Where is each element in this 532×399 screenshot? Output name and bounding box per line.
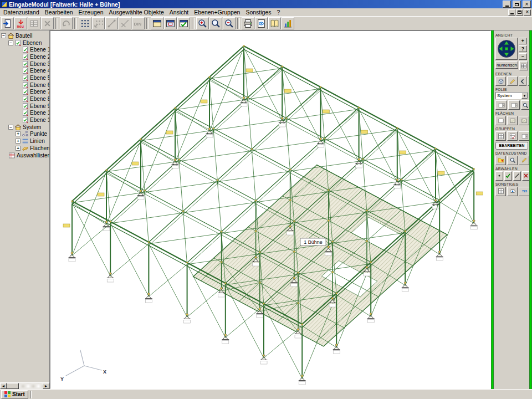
tree-item-bauteil[interactable]: −Bauteil bbox=[0, 32, 49, 39]
svg-text:1 Bühne: 1 Bühne bbox=[304, 239, 323, 245]
mdi-restore-button[interactable] bbox=[516, 9, 523, 16]
zoom-gesamt-button[interactable] bbox=[209, 17, 222, 29]
view-rotation-control[interactable] bbox=[495, 38, 518, 60]
menu-ebenen-gruppen[interactable]: Ebenen+Gruppen bbox=[191, 8, 243, 16]
scroll-thumb[interactable] bbox=[7, 383, 19, 389]
scroll-track[interactable] bbox=[7, 383, 43, 389]
viewport-3d[interactable]: 1 BühneXY bbox=[50, 30, 491, 389]
flaechen-typ-button[interactable] bbox=[519, 116, 529, 125]
tree-item-ebene-3[interactable]: Ebene 3 bbox=[0, 60, 49, 68]
tree-item-ebene-11[interactable]: Ebene 11 bbox=[0, 116, 49, 124]
seitenansicht-button[interactable] bbox=[255, 17, 268, 29]
minimize-button[interactable] bbox=[503, 1, 511, 8]
gruppen-buttons bbox=[495, 131, 528, 141]
datenzustand-bearbeiten-button[interactable] bbox=[519, 156, 529, 165]
menu-bearbeiten[interactable]: Bearbeiten bbox=[42, 8, 76, 16]
close-button[interactable]: × bbox=[523, 1, 531, 8]
projekt-uebernehmen-button[interactable] bbox=[1, 17, 14, 29]
zoom-vergroessern-button[interactable] bbox=[196, 17, 209, 29]
mdi-minimize-button[interactable] bbox=[508, 9, 515, 16]
gruppen-auswahl-button[interactable] bbox=[507, 131, 518, 141]
drucken-button[interactable] bbox=[242, 17, 254, 29]
flaechen-neu-button[interactable] bbox=[495, 116, 506, 125]
tree-item-ebene-6[interactable]: Ebene 6 bbox=[0, 81, 49, 89]
tree-item-ebene-7[interactable]: Ebene 7 bbox=[0, 89, 49, 96]
datenzustand-neu-button[interactable]: neu bbox=[14, 17, 27, 29]
grid-arrow-icon bbox=[94, 19, 103, 28]
tree-expander[interactable]: + bbox=[16, 131, 21, 136]
tree-item-ebene-9[interactable]: Ebene 9 bbox=[0, 103, 49, 110]
datenzustand-neu-button[interactable] bbox=[495, 156, 506, 165]
tree-item-system[interactable]: −System bbox=[0, 124, 49, 131]
menu-ansicht[interactable]: Ansicht bbox=[167, 8, 191, 16]
tree-expander[interactable]: − bbox=[8, 125, 13, 130]
numerisch-button[interactable]: numerisch bbox=[495, 61, 518, 69]
tree-expander[interactable]: + bbox=[16, 146, 21, 151]
sonstiges-ansicht-button[interactable] bbox=[507, 187, 518, 196]
menu-datenzustand[interactable]: Datenzustand bbox=[1, 8, 42, 16]
scroll-right-button[interactable]: ► bbox=[43, 383, 49, 389]
tree-item-punkte[interactable]: +Punkte bbox=[0, 131, 49, 138]
folie-liste-a-button[interactable] bbox=[495, 100, 507, 110]
ebenen-sichtbarkeit-button[interactable] bbox=[495, 76, 506, 86]
view-zoom-out-button[interactable]: − bbox=[519, 53, 527, 60]
abwaehlen-punkte-button[interactable] bbox=[495, 171, 503, 181]
tree-item-ebenen[interactable]: −Ebenen bbox=[0, 39, 49, 47]
tree-item-ebene-4-a[interactable]: Ebene 4 A bbox=[0, 67, 49, 74]
folie-auswahl-select[interactable]: System▼ bbox=[495, 92, 528, 99]
view-zoom-in-button[interactable]: + bbox=[519, 38, 527, 44]
ebenen-zurueck-button[interactable] bbox=[519, 76, 526, 86]
handbuch-button[interactable] bbox=[268, 17, 281, 29]
abwaehlen-linien-button[interactable] bbox=[504, 171, 512, 181]
toolbar-separator bbox=[192, 18, 195, 29]
bearbeiten-button[interactable]: BEARBEITEN bbox=[495, 142, 528, 150]
view-help-button[interactable]: ? bbox=[519, 45, 527, 52]
start-button[interactable]: Start bbox=[1, 390, 28, 398]
statistik-button[interactable] bbox=[282, 17, 294, 29]
fenster-pruefen-button[interactable] bbox=[177, 17, 190, 29]
datenzustand-suchen-button[interactable] bbox=[507, 156, 518, 165]
tree-horizontal-scrollbar[interactable]: ◄ ► bbox=[0, 382, 49, 389]
tree-item-linien[interactable]: +Linien bbox=[0, 137, 49, 145]
scroll-left-button[interactable]: ◄ bbox=[0, 383, 7, 389]
sonstiges-raster-button[interactable] bbox=[495, 187, 506, 196]
folie-liste-b-button[interactable] bbox=[508, 100, 520, 110]
sheet-icon bbox=[22, 67, 29, 74]
menu-[interactable]: ? bbox=[274, 8, 283, 16]
tree-item-ebene-2-b[interactable]: Ebene 2 B bbox=[0, 53, 49, 60]
folie-lupe-button[interactable] bbox=[521, 100, 529, 110]
fenster-ausschnitt-button[interactable] bbox=[164, 17, 177, 29]
gruppen-liste-button[interactable] bbox=[519, 131, 529, 141]
tree-item-label: Ebene 3 bbox=[30, 61, 49, 67]
sonstiges-nummern-button[interactable]: ?23 bbox=[519, 187, 529, 196]
app-icon[interactable] bbox=[1, 1, 7, 7]
tree-expander[interactable]: − bbox=[8, 40, 13, 45]
sheet-icon bbox=[22, 60, 29, 68]
menu-erzeugen[interactable]: Erzeugen bbox=[76, 8, 106, 16]
abwaehlen-flaechen-button[interactable] bbox=[513, 171, 521, 181]
numerisch-tabelle-button[interactable] bbox=[519, 61, 528, 70]
tree-expander[interactable]: + bbox=[16, 139, 21, 144]
tree-item-ebene-10[interactable]: Ebene 10 bbox=[0, 110, 49, 117]
tree-item-auswahllisten[interactable]: Auswahllisten bbox=[0, 152, 49, 159]
tree-expander[interactable]: − bbox=[1, 33, 6, 38]
section-header-abwaehlen: ABWÄHLEN bbox=[495, 167, 528, 171]
tree-item-ebene-1-a[interactable]: Ebene 1 A bbox=[0, 46, 49, 53]
flaechen-raster-button[interactable] bbox=[507, 116, 518, 125]
zoom-verkleinern-button[interactable] bbox=[223, 17, 236, 29]
abwaehlen-alles-button[interactable] bbox=[522, 171, 529, 181]
mdi-close-button[interactable]: × bbox=[524, 9, 531, 16]
menu-sonstiges[interactable]: Sonstiges bbox=[243, 8, 274, 16]
tree-item-fl-chenpo[interactable]: +Flächenpo bbox=[0, 145, 49, 152]
ebenen-bearbeiten-button[interactable] bbox=[507, 76, 518, 86]
fenster-uebersicht-button[interactable] bbox=[151, 17, 163, 29]
ebenen-buttons bbox=[495, 76, 528, 86]
menu-ausgew-hlte-objekte[interactable]: Ausgewählte Objekte bbox=[106, 8, 167, 16]
tree-item-ebene-5[interactable]: Ebene 5 bbox=[0, 74, 49, 81]
folie-auswahl-dropdown-button[interactable]: ▼ bbox=[521, 93, 528, 99]
section-header-flaechen: FLÄCHEN bbox=[495, 111, 528, 115]
raster-button[interactable] bbox=[79, 17, 91, 29]
tree-item-ebene-8-a[interactable]: Ebene 8 A bbox=[0, 95, 49, 103]
restore-button[interactable] bbox=[513, 1, 521, 8]
gruppen-anzeigen-button[interactable] bbox=[495, 131, 506, 141]
